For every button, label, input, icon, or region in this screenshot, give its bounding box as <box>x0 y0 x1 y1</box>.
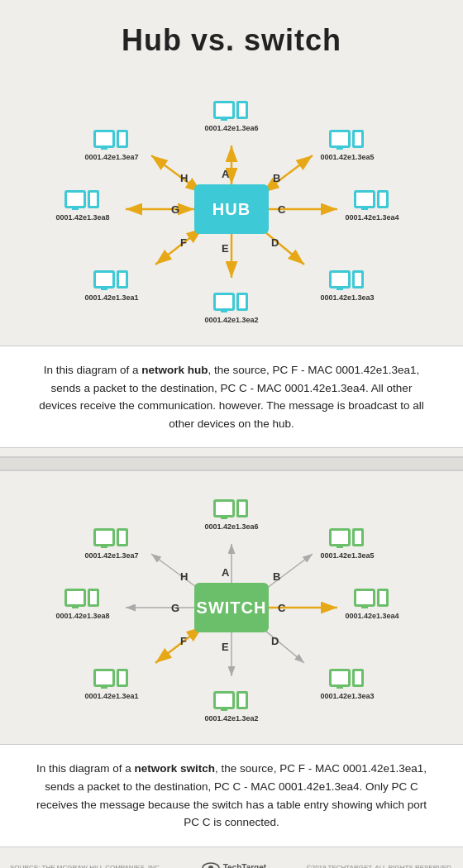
hub-port-D: D <box>271 236 279 249</box>
switch-port-C: C <box>278 602 285 614</box>
switch-port-D: D <box>271 635 279 647</box>
switch-port-G: G <box>171 602 179 614</box>
svg-line-5 <box>260 228 304 265</box>
switch-device-E: 0001.42e1.3ea2 <box>198 680 265 723</box>
page-title: Hub vs. switch <box>0 0 463 73</box>
svg-line-16 <box>263 554 313 591</box>
footer-left: SOURCE: THE MCGRAW-HILL COMPANIES, INC. <box>10 864 161 868</box>
hub-port-H: H <box>180 172 188 184</box>
svg-line-17 <box>260 627 304 663</box>
hub-port-A: A <box>222 168 229 180</box>
switch-device-H: 0001.42e1.3ea7 <box>79 517 145 560</box>
hub-device-C: 0001.42e1.3ea4 <box>339 179 405 222</box>
hub-desc-bold: network hub <box>141 364 208 376</box>
switch-device-A-label: 0001.42e1.3ea6 <box>204 522 258 531</box>
hub-device-E-label: 0001.42e1.3ea2 <box>204 316 258 324</box>
footer-logo-text: TechTarget <box>223 863 266 868</box>
hub-device-G-label: 0001.42e1.3ea8 <box>55 213 109 222</box>
switch-device-A: 0001.42e1.3ea6 <box>198 488 265 531</box>
techtarget-logo: TechTarget <box>202 862 266 868</box>
switch-device-D-label: 0001.42e1.3ea3 <box>320 692 374 700</box>
hub-center-box: HUB <box>194 184 269 234</box>
switch-port-E: E <box>222 641 229 653</box>
hub-device-D-label: 0001.42e1.3ea3 <box>320 293 374 302</box>
switch-port-B: B <box>273 570 280 583</box>
switch-device-H-label: 0001.42e1.3ea7 <box>84 551 138 560</box>
section-divider <box>0 456 463 471</box>
hub-device-G: 0001.42e1.3ea8 <box>50 179 116 222</box>
hub-device-A: 0001.42e1.3ea6 <box>198 89 265 132</box>
hub-label: HUB <box>212 200 251 219</box>
switch-device-C-label: 0001.42e1.3ea4 <box>345 612 399 620</box>
hub-port-E: E <box>222 242 229 255</box>
hub-device-H-label: 0001.42e1.3ea7 <box>84 153 138 161</box>
switch-port-H: H <box>180 570 188 583</box>
switch-label: SWITCH <box>197 599 267 618</box>
hub-device-C-label: 0001.42e1.3ea4 <box>345 213 399 222</box>
footer: SOURCE: THE MCGRAW-HILL COMPANIES, INC. … <box>0 856 463 868</box>
hub-device-A-label: 0001.42e1.3ea6 <box>204 124 258 132</box>
hub-device-B-label: 0001.42e1.3ea5 <box>320 153 374 161</box>
switch-device-C: 0001.42e1.3ea4 <box>339 577 405 620</box>
svg-line-7 <box>155 228 203 265</box>
hub-desc-plain: In this diagram of a <box>44 364 142 376</box>
switch-device-E-label: 0001.42e1.3ea2 <box>204 714 258 723</box>
hub-device-F-label: 0001.42e1.3ea1 <box>84 293 138 302</box>
switch-diagram-area: SWITCH A B C D E F G H 0001.42e1.3ea6 00… <box>0 479 463 744</box>
switch-center-box: SWITCH <box>194 583 269 632</box>
switch-port-F: F <box>180 635 187 647</box>
switch-device-G-label: 0001.42e1.3ea8 <box>55 612 109 620</box>
switch-device-B-label: 0001.42e1.3ea5 <box>320 551 374 560</box>
switch-device-G: 0001.42e1.3ea8 <box>50 577 116 620</box>
switch-device-D: 0001.42e1.3ea3 <box>314 657 380 700</box>
hub-device-H: 0001.42e1.3ea7 <box>79 118 145 161</box>
hub-port-B: B <box>273 172 280 184</box>
hub-port-G: G <box>171 203 179 216</box>
switch-port-A: A <box>222 566 229 579</box>
hub-diagram-area: HUB A B C D E F G H 0001.42e1.3ea6 0001.… <box>0 81 463 346</box>
switch-section: SWITCH A B C D E F G H 0001.42e1.3ea6 00… <box>0 471 463 855</box>
hub-port-F: F <box>180 236 187 249</box>
switch-desc-plain: In this diagram of a <box>36 762 135 775</box>
hub-port-C: C <box>278 203 285 216</box>
hub-description: In this diagram of a network hub, the so… <box>0 346 463 448</box>
svg-line-3 <box>263 155 313 193</box>
switch-description: In this diagram of a network switch, the… <box>0 744 463 847</box>
hub-section: HUB A B C D E F G H 0001.42e1.3ea6 0001.… <box>0 73 463 456</box>
switch-device-F-label: 0001.42e1.3ea1 <box>84 692 138 700</box>
switch-device-F: 0001.42e1.3ea1 <box>79 657 145 700</box>
switch-desc-bold: network switch <box>135 762 216 775</box>
hub-device-E: 0001.42e1.3ea2 <box>198 281 265 324</box>
switch-device-B: 0001.42e1.3ea5 <box>314 517 380 560</box>
footer-right: ©2019 TECHTARGET. ALL RIGHTS RESERVED. <box>307 864 453 868</box>
hub-device-D: 0001.42e1.3ea3 <box>314 259 380 302</box>
svg-line-13 <box>155 627 203 663</box>
eye-icon <box>202 862 220 868</box>
hub-device-B: 0001.42e1.3ea5 <box>314 118 380 161</box>
hub-device-F: 0001.42e1.3ea1 <box>79 259 145 302</box>
